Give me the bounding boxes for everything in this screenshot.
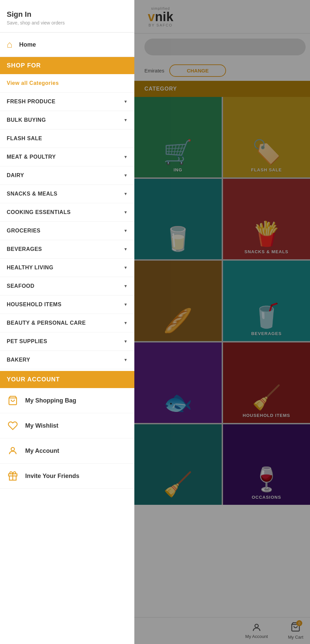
menu-item-seafood[interactable]: SEAFOOD ▼ xyxy=(0,277,134,296)
menu-item-label: MEAT & POULTRY xyxy=(7,154,56,160)
menu-item-label: DAIRY xyxy=(7,172,24,178)
menu-item-beverages[interactable]: BEVERAGES ▼ xyxy=(0,240,134,259)
account-item-label: Invite Your Friends xyxy=(25,473,79,480)
menu-item-groceries[interactable]: GROCERIES ▼ xyxy=(0,222,134,240)
shop-for-title: SHOP FOR xyxy=(7,62,41,69)
menu-item-label: BEAUTY & PERSONAL CARE xyxy=(7,320,86,326)
sign-in-title: Sign In xyxy=(7,10,128,19)
menu-item-label: SEAFOOD xyxy=(7,283,35,289)
menu-item-fresh-produce[interactable]: FRESH PRODUCE ▼ xyxy=(0,93,134,111)
my-account-icon xyxy=(7,446,18,456)
sign-in-subtitle: Save, shop and view orders xyxy=(7,20,128,25)
chevron-down-icon: ▼ xyxy=(124,284,128,288)
menu-item-label: GROCERIES xyxy=(7,228,41,234)
menu-item-view-all[interactable]: View all Categories xyxy=(0,74,134,93)
account-item-label: My Shopping Bag xyxy=(25,397,76,404)
menu-item-dairy[interactable]: DAIRY ▼ xyxy=(0,166,134,185)
shop-for-header: SHOP FOR xyxy=(0,57,134,74)
chevron-down-icon: ▼ xyxy=(124,339,128,344)
account-my-account[interactable]: My Account xyxy=(0,438,134,464)
menu-item-household[interactable]: HOUSEHOLD ITEMS ▼ xyxy=(0,296,134,314)
side-drawer: Sign In Save, shop and view orders ⌂ Hom… xyxy=(0,0,134,644)
chevron-down-icon: ▼ xyxy=(124,358,128,362)
menu-item-beauty[interactable]: BEAUTY & PERSONAL CARE ▼ xyxy=(0,314,134,332)
chevron-down-icon: ▼ xyxy=(124,192,128,196)
menu-item-label: FLASH SALE xyxy=(7,136,42,142)
invite-icon xyxy=(7,471,18,481)
account-item-label: My Account xyxy=(25,447,59,454)
menu-item-label: PET SUPPLIES xyxy=(7,338,47,344)
menu-item-label: View all Categories xyxy=(7,80,59,86)
account-shopping-bag[interactable]: My Shopping Bag xyxy=(0,388,134,413)
menu-item-label: BAKERY xyxy=(7,357,30,363)
chevron-down-icon: ▼ xyxy=(124,247,128,252)
sign-in-section[interactable]: Sign In Save, shop and view orders xyxy=(0,0,134,33)
menu-item-bulk-buying[interactable]: BULK BUYING ▼ xyxy=(0,111,134,129)
home-menu-item[interactable]: ⌂ Home xyxy=(0,33,134,57)
menu-item-label: COOKING ESSENTIALS xyxy=(7,209,71,215)
svg-point-3 xyxy=(11,447,14,451)
your-account-title: YOUR ACCOUNT xyxy=(7,376,60,383)
chevron-down-icon: ▼ xyxy=(124,302,128,307)
chevron-down-icon: ▼ xyxy=(124,210,128,215)
shopping-bag-icon xyxy=(7,395,18,406)
account-item-label: My Wishlist xyxy=(25,422,58,429)
menu-item-label: BEVERAGES xyxy=(7,246,42,252)
account-invite[interactable]: Invite Your Friends xyxy=(0,464,134,489)
menu-item-cooking[interactable]: COOKING ESSENTIALS ▼ xyxy=(0,203,134,222)
home-icon: ⌂ xyxy=(7,39,12,50)
home-label: Home xyxy=(19,41,36,48)
chevron-down-icon: ▼ xyxy=(124,155,128,159)
menu-list: View all Categories FRESH PRODUCE ▼ BULK… xyxy=(0,74,134,369)
menu-item-label: BULK BUYING xyxy=(7,117,46,123)
menu-item-label: HEALTHY LIVING xyxy=(7,265,53,271)
menu-item-label: SNACKS & MEALS xyxy=(7,191,57,197)
chevron-down-icon: ▼ xyxy=(124,228,128,233)
chevron-down-icon: ▼ xyxy=(124,118,128,122)
menu-item-flash-sale[interactable]: FLASH SALE xyxy=(0,129,134,148)
chevron-down-icon: ▼ xyxy=(124,321,128,325)
chevron-down-icon: ▼ xyxy=(124,173,128,178)
menu-item-pets[interactable]: PET SUPPLIES ▼ xyxy=(0,332,134,351)
menu-item-healthy[interactable]: HEALTHY LIVING ▼ xyxy=(0,259,134,277)
menu-item-snacks[interactable]: SNACKS & MEALS ▼ xyxy=(0,185,134,203)
menu-item-label: HOUSEHOLD ITEMS xyxy=(7,302,61,308)
account-wishlist[interactable]: My Wishlist xyxy=(0,413,134,438)
menu-item-meat[interactable]: MEAT & POULTRY ▼ xyxy=(0,148,134,166)
menu-item-bakery[interactable]: BAKERY ▼ xyxy=(0,351,134,369)
wishlist-icon xyxy=(7,421,18,431)
menu-item-label: FRESH PRODUCE xyxy=(7,99,55,105)
your-account-header: YOUR ACCOUNT xyxy=(0,371,134,388)
chevron-down-icon: ▼ xyxy=(124,99,128,104)
chevron-down-icon: ▼ xyxy=(124,265,128,270)
